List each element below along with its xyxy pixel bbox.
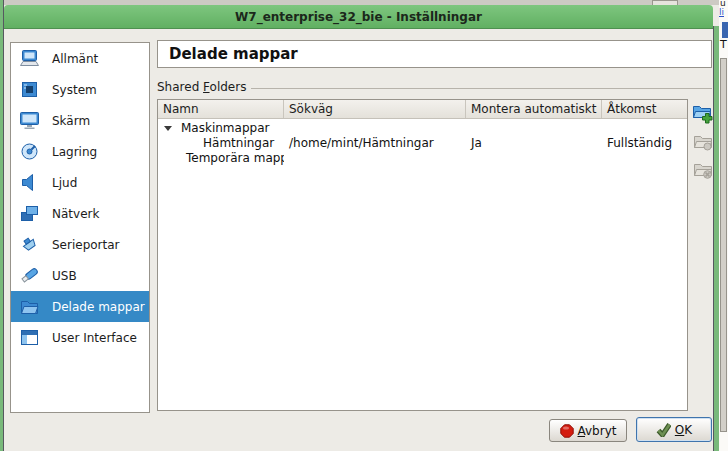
group-box-line — [251, 88, 712, 89]
folder-name: Hämtningar — [203, 136, 274, 150]
display-icon — [19, 110, 40, 131]
table-row-transient-folders[interactable]: Temporära mappar — [158, 151, 687, 166]
system-icon — [19, 79, 40, 100]
sidebar-item-shared-folders[interactable]: Delade mappar — [11, 291, 149, 322]
sidebar-item-usb[interactable]: USB — [11, 260, 149, 291]
settings-dialog: W7_enterprise_32_bie - Inställningar All… — [4, 5, 713, 451]
cell-path: /home/mint/Hämtningar — [284, 136, 466, 151]
column-header-path[interactable]: Sökväg — [284, 100, 466, 118]
page-title: Delade mappar — [157, 40, 712, 68]
general-icon — [19, 48, 40, 69]
sidebar-item-general[interactable]: Allmänt — [11, 43, 149, 74]
folder-group-name: Temporära mappar — [186, 151, 284, 165]
folder-group-name: Maskinmappar — [181, 121, 269, 135]
background-blue-fragment — [722, 22, 728, 38]
cell-access — [602, 151, 687, 166]
column-header-access[interactable]: Åtkomst — [602, 100, 687, 118]
storage-icon — [19, 141, 40, 162]
sidebar-item-label: Lagring — [52, 145, 97, 159]
sidebar-item-label: USB — [52, 269, 77, 283]
cancel-button-label: Avbryt — [578, 424, 617, 438]
remove-shared-folder-button[interactable] — [692, 159, 714, 181]
ok-check-icon — [656, 423, 671, 437]
cancel-button[interactable]: Avbryt — [549, 419, 627, 442]
audio-icon — [19, 172, 40, 193]
sidebar-item-label: Ljud — [52, 176, 77, 190]
sidebar-item-label: Allmänt — [52, 52, 98, 66]
background-text-fragment-2: T — [720, 38, 727, 51]
sidebar-item-user-interface[interactable]: User Interface — [11, 322, 149, 353]
sidebar-item-system[interactable]: System — [11, 74, 149, 105]
sidebar-item-network[interactable]: Nätverk — [11, 198, 149, 229]
column-header-name[interactable]: Namn — [158, 100, 284, 118]
sidebar-item-label: Nätverk — [52, 207, 99, 221]
table-header-row: Namn Sökväg Montera automatiskt Åtkomst — [158, 100, 687, 119]
settings-category-list: Allmänt System Skärm — [10, 42, 150, 413]
usb-icon — [19, 265, 40, 286]
column-header-auto-mount[interactable]: Montera automatiskt — [466, 100, 602, 118]
sidebar-item-serial-ports[interactable]: Serieportar — [11, 229, 149, 260]
sidebar-item-label: System — [52, 83, 97, 97]
background-scrollbar[interactable] — [720, 58, 727, 432]
ok-button[interactable]: OK — [636, 417, 712, 442]
sidebar-item-display[interactable]: Skärm — [11, 105, 149, 136]
cell-auto-mount — [466, 121, 602, 136]
cell-access: Fullständig — [602, 136, 687, 151]
sidebar-item-label: Skärm — [52, 114, 90, 128]
sidebar-item-label: Serieportar — [52, 238, 120, 252]
cancel-icon — [560, 424, 574, 438]
add-shared-folder-button[interactable] — [692, 102, 714, 124]
background-window-green-edge — [713, 26, 719, 451]
cell-path — [284, 121, 466, 136]
add-folder-icon — [692, 102, 714, 124]
background-link-fragment: li — [719, 7, 724, 17]
expand-collapse-arrow[interactable] — [164, 126, 172, 131]
table-row-machine-folders[interactable]: Maskinmappar — [158, 121, 687, 136]
edit-folder-icon — [692, 131, 714, 153]
network-icon — [19, 203, 40, 224]
cell-access — [602, 121, 687, 136]
cell-auto-mount — [466, 151, 602, 166]
sidebar-item-label: User Interface — [52, 331, 137, 345]
cell-path — [284, 151, 466, 166]
cell-auto-mount: Ja — [466, 136, 602, 151]
window-titlebar: W7_enterprise_32_bie - Inställningar — [4, 5, 713, 29]
sidebar-item-audio[interactable]: Ljud — [11, 167, 149, 198]
remove-folder-icon — [692, 159, 714, 181]
table-row-shared-folder[interactable]: Hämtningar /home/mint/Hämtningar Ja Full… — [158, 136, 687, 151]
window-title: W7_enterprise_32_bie - Inställningar — [235, 10, 482, 24]
serial-ports-icon — [19, 234, 40, 255]
edit-shared-folder-button[interactable] — [692, 131, 714, 153]
screen: u li T W7_enterprise_32_bie - Inställnin… — [0, 0, 728, 451]
sidebar-item-storage[interactable]: Lagring — [11, 136, 149, 167]
shared-folders-table: Namn Sökväg Montera automatiskt Åtkomst … — [157, 99, 688, 411]
user-interface-icon — [19, 327, 40, 348]
shared-folders-group-label: Shared Folders — [157, 80, 246, 94]
sidebar-item-label: Delade mappar — [52, 300, 145, 314]
ok-button-label: OK — [675, 423, 692, 437]
shared-folders-icon — [19, 296, 40, 317]
